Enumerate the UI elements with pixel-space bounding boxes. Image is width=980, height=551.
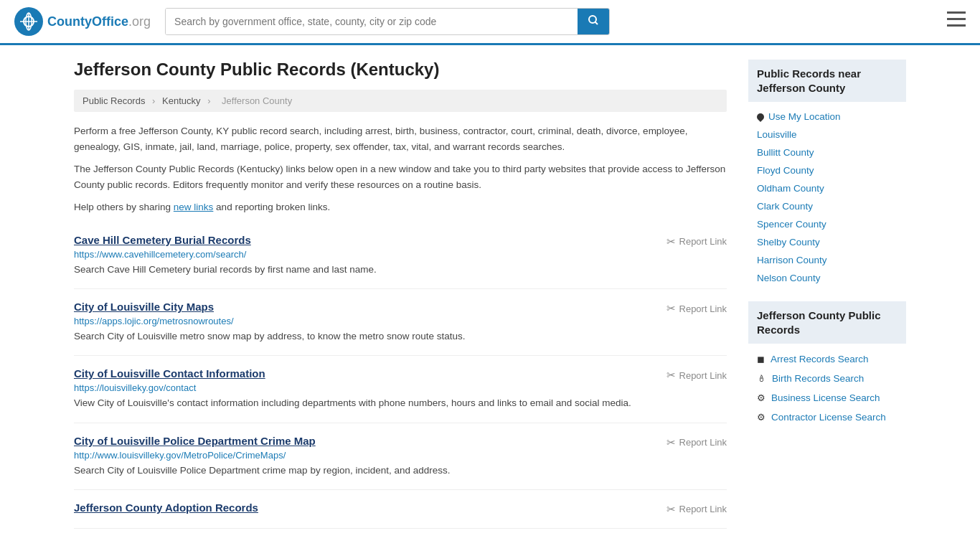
report-link[interactable]: ✂Report Link xyxy=(666,302,727,315)
sidebar-nearby-link[interactable]: Spencer County xyxy=(748,215,906,233)
svg-line-6 xyxy=(595,22,598,25)
record-entry: City of Louisville City Maps✂Report Link… xyxy=(74,289,727,356)
record-header: Cave Hill Cemetery Burial Records✂Report… xyxy=(74,234,727,249)
report-icon: ✂ xyxy=(666,503,676,516)
report-link-label: Report Link xyxy=(679,236,727,247)
sidebar-nearby-link[interactable]: Oldham County xyxy=(748,179,906,197)
sidebar-nearby-link[interactable]: Louisville xyxy=(748,126,906,143)
record-title[interactable]: Jefferson County Adoption Records xyxy=(74,501,258,514)
record-link-label: Contractor License Search xyxy=(771,412,886,423)
record-type-icon: 🕯 xyxy=(757,373,766,384)
header: CountyOffice.org xyxy=(0,0,980,45)
logo-text: CountyOffice.org xyxy=(47,14,151,29)
record-title[interactable]: City of Louisville Contact Information xyxy=(74,367,265,380)
record-link-label: Birth Records Search xyxy=(772,373,864,384)
record-desc: View City of Louisville's contact inform… xyxy=(74,396,727,410)
record-link-label: Arrest Records Search xyxy=(771,354,869,364)
nearby-header: Public Records near Jefferson County xyxy=(748,60,906,102)
sidebar-nearby-link[interactable]: Floyd County xyxy=(748,161,906,179)
record-header: City of Louisville City Maps✂Report Link xyxy=(74,301,727,316)
logo-icon xyxy=(14,7,43,36)
svg-rect-9 xyxy=(947,24,966,27)
record-header: City of Louisville Police Department Cri… xyxy=(74,435,727,450)
page-title: Jefferson County Public Records (Kentuck… xyxy=(74,60,727,80)
record-entry: City of Louisville Contact Information✂R… xyxy=(74,356,727,423)
location-pin-icon xyxy=(755,111,765,121)
record-url[interactable]: https://louisvilleky.gov/contact xyxy=(74,382,727,393)
report-link-label: Report Link xyxy=(679,303,727,314)
hamburger-menu-icon[interactable] xyxy=(947,11,966,32)
record-type-icon: ◼ xyxy=(757,354,765,364)
record-link-label: Business License Search xyxy=(771,392,880,403)
records-section: Jefferson County Public Records ◼Arrest … xyxy=(748,301,906,427)
record-type-icon: ⚙ xyxy=(757,412,765,423)
record-header: City of Louisville Contact Information✂R… xyxy=(74,367,727,382)
sidebar-nearby-link[interactable]: Nelson County xyxy=(748,269,906,287)
logo[interactable]: CountyOffice.org xyxy=(14,7,151,36)
record-header: Jefferson County Adoption Records✂Report… xyxy=(74,501,727,517)
record-title[interactable]: City of Louisville Police Department Cri… xyxy=(74,435,316,447)
record-entry: Jefferson County Adoption Records✂Report… xyxy=(74,490,727,529)
search-input[interactable] xyxy=(166,9,578,34)
report-icon: ✂ xyxy=(666,369,676,382)
search-button[interactable] xyxy=(578,9,609,34)
report-link-label: Report Link xyxy=(679,504,727,514)
records-list: Cave Hill Cemetery Burial Records✂Report… xyxy=(74,222,727,529)
sidebar-record-link[interactable]: 🕯Birth Records Search xyxy=(748,369,906,388)
sidebar-record-link[interactable]: ◼Arrest Records Search xyxy=(748,349,906,369)
use-my-location[interactable]: Use My Location xyxy=(748,108,906,126)
report-link[interactable]: ✂Report Link xyxy=(666,503,727,516)
breadcrumb: Public Records › Kentucky › Jefferson Co… xyxy=(74,90,727,112)
record-desc: Search Cave Hill Cemetery burial records… xyxy=(74,263,727,277)
report-link[interactable]: ✂Report Link xyxy=(666,235,727,248)
new-links-link[interactable]: new links xyxy=(174,202,214,212)
report-icon: ✂ xyxy=(666,302,676,315)
sidebar-record-link[interactable]: ⚙Contractor License Search xyxy=(748,408,906,427)
search-bar xyxy=(165,8,610,35)
sidebar: Public Records near Jefferson County Use… xyxy=(748,60,906,529)
sidebar-nearby-link[interactable]: Bullitt County xyxy=(748,143,906,161)
sidebar-record-link[interactable]: ⚙Business License Search xyxy=(748,388,906,408)
description-1: Perform a free Jefferson County, KY publ… xyxy=(74,123,727,154)
breadcrumb-public-records[interactable]: Public Records xyxy=(83,95,145,106)
record-type-icon: ⚙ xyxy=(757,392,765,403)
sidebar-nearby-link[interactable]: Shelby County xyxy=(748,233,906,251)
nearby-links: LouisvilleBullitt CountyFloyd CountyOldh… xyxy=(748,126,906,287)
sidebar-nearby-link[interactable]: Harrison County xyxy=(748,251,906,269)
record-desc: Search City of Louisville Police Departm… xyxy=(74,463,727,478)
report-link-label: Report Link xyxy=(679,437,727,448)
nearby-section: Public Records near Jefferson County Use… xyxy=(748,60,906,287)
record-links: ◼Arrest Records Search🕯Birth Records Sea… xyxy=(748,349,906,427)
description-3: Help others by sharing new links and rep… xyxy=(74,199,727,215)
record-url[interactable]: http://www.louisvilleky.gov/MetroPolice/… xyxy=(74,450,727,461)
report-link[interactable]: ✂Report Link xyxy=(666,436,727,449)
record-entry: Cave Hill Cemetery Burial Records✂Report… xyxy=(74,222,727,289)
report-icon: ✂ xyxy=(666,235,676,248)
content-area: Jefferson County Public Records (Kentuck… xyxy=(74,60,727,529)
record-title[interactable]: City of Louisville City Maps xyxy=(74,301,214,313)
report-icon: ✂ xyxy=(666,436,676,449)
breadcrumb-kentucky[interactable]: Kentucky xyxy=(162,95,200,106)
record-desc: Search City of Louisville metro snow map… xyxy=(74,329,727,344)
record-entry: City of Louisville Police Department Cri… xyxy=(74,423,727,490)
svg-rect-7 xyxy=(947,11,966,14)
record-url[interactable]: https://www.cavehillcemetery.com/search/ xyxy=(74,249,727,260)
records-header: Jefferson County Public Records xyxy=(748,301,906,344)
svg-rect-8 xyxy=(947,18,966,20)
record-url[interactable]: https://apps.lojic.org/metrosnowroutes/ xyxy=(74,316,727,326)
record-title[interactable]: Cave Hill Cemetery Burial Records xyxy=(74,234,251,246)
main-container: Jefferson County Public Records (Kentuck… xyxy=(60,45,920,543)
sidebar-nearby-link[interactable]: Clark County xyxy=(748,197,906,215)
description-2: The Jefferson County Public Records (Ken… xyxy=(74,161,727,192)
breadcrumb-jefferson-county: Jefferson County xyxy=(222,95,292,106)
report-link-label: Report Link xyxy=(679,370,727,381)
report-link[interactable]: ✂Report Link xyxy=(666,369,727,382)
